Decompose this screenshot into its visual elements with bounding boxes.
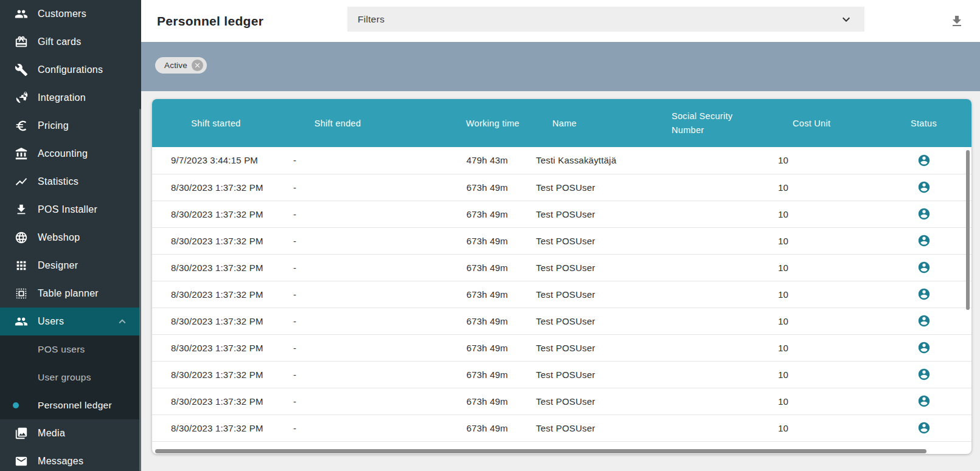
sidebar: CustomersGift cardsConfigurationsIntegra… xyxy=(0,0,141,471)
cell-name: Test POSUser xyxy=(523,308,657,334)
cell-working-time: 673h 49m xyxy=(395,201,523,227)
sidebar-item-label: Configurations xyxy=(38,64,103,75)
user-status-icon[interactable] xyxy=(917,394,931,408)
personnel-ledger-table: Shift started Shift ended Working time N… xyxy=(152,99,971,442)
globe-lock-icon xyxy=(15,91,28,105)
sidebar-item-gift-cards[interactable]: Gift cards xyxy=(0,28,141,56)
user-status-icon[interactable] xyxy=(917,154,931,167)
chip-close-button[interactable] xyxy=(192,60,203,71)
cell-status xyxy=(876,174,971,201)
cell-ssn xyxy=(657,147,768,174)
globe-icon xyxy=(15,231,28,244)
cell-cost-unit: 10 xyxy=(768,308,876,334)
cell-shift-started: 9/7/2023 3:44:15 PM xyxy=(152,147,280,174)
user-status-icon[interactable] xyxy=(917,314,931,328)
cell-shift-started: 8/30/2023 1:37:32 PM xyxy=(152,308,280,334)
sidebar-scrollbar-thumb[interactable] xyxy=(139,109,141,471)
table-body: 9/7/2023 3:44:15 PM-479h 43mTesti Kassak… xyxy=(152,147,971,441)
cell-shift-started: 8/30/2023 1:37:32 PM xyxy=(152,174,280,201)
sidebar-item-pos-installer[interactable]: POS Installer xyxy=(0,196,141,224)
filters-dropdown[interactable]: Filters xyxy=(347,7,864,32)
cell-shift-ended: - xyxy=(280,388,395,414)
table-row[interactable]: 8/30/2023 1:37:32 PM-673h 49mTest POSUse… xyxy=(152,174,971,201)
sidebar-item-statistics[interactable]: Statistics xyxy=(0,168,141,196)
table-vertical-scrollbar-thumb[interactable] xyxy=(966,150,970,310)
user-status-icon[interactable] xyxy=(917,234,931,247)
topbar: Personnel ledger Filters xyxy=(141,0,980,42)
cell-cost-unit: 10 xyxy=(768,227,876,254)
cell-working-time: 673h 49m xyxy=(395,308,523,334)
table-row[interactable]: 8/30/2023 1:37:32 PM-673h 49mTest POSUse… xyxy=(152,308,971,334)
table-row[interactable]: 8/30/2023 1:37:32 PM-673h 49mTest POSUse… xyxy=(152,281,971,308)
user-status-icon[interactable] xyxy=(917,180,931,194)
cell-shift-ended: - xyxy=(280,147,395,174)
cell-shift-ended: - xyxy=(280,308,395,334)
sidebar-item-label: Users xyxy=(38,316,64,327)
user-status-icon[interactable] xyxy=(917,287,931,301)
column-header-shift-ended: Shift ended xyxy=(280,99,395,147)
user-status-icon[interactable] xyxy=(917,207,931,221)
cell-status xyxy=(876,147,971,174)
people-icon xyxy=(15,7,28,21)
page-title: Personnel ledger xyxy=(157,14,263,29)
sidebar-item-configurations[interactable]: Configurations xyxy=(0,56,141,84)
sidebar-subitem-label: POS users xyxy=(38,344,85,355)
sidebar-subitem-label: Personnel ledger xyxy=(38,400,112,411)
table-row[interactable]: 8/30/2023 1:37:32 PM-673h 49mTest POSUse… xyxy=(152,227,971,254)
sidebar-item-media[interactable]: Media xyxy=(0,419,141,447)
table-row[interactable]: 8/30/2023 1:37:32 PM-673h 49mTest POSUse… xyxy=(152,414,971,441)
cell-shift-started: 8/30/2023 1:37:32 PM xyxy=(152,281,280,308)
cell-name: Test POSUser xyxy=(523,388,657,414)
sidebar-item-users[interactable]: Users xyxy=(0,308,141,335)
table-row[interactable]: 8/30/2023 1:37:32 PM-673h 49mTest POSUse… xyxy=(152,361,971,388)
cell-cost-unit: 10 xyxy=(768,414,876,441)
cell-shift-started: 8/30/2023 1:37:32 PM xyxy=(152,254,280,281)
table-row[interactable]: 8/30/2023 1:37:32 PM-673h 49mTest POSUse… xyxy=(152,254,971,281)
sidebar-item-webshop[interactable]: Webshop xyxy=(0,224,141,252)
cell-cost-unit: 10 xyxy=(768,147,876,174)
sidebar-subitem-user-groups[interactable]: User groups xyxy=(0,363,141,391)
sidebar-item-label: Messages xyxy=(38,456,83,467)
table-row[interactable]: 9/7/2023 3:44:15 PM-479h 43mTesti Kassak… xyxy=(152,147,971,174)
chevron-up-icon xyxy=(116,315,129,328)
table-row[interactable]: 8/30/2023 1:37:32 PM-673h 49mTest POSUse… xyxy=(152,201,971,227)
table-row[interactable]: 8/30/2023 1:37:32 PM-673h 49mTest POSUse… xyxy=(152,388,971,414)
media-icon xyxy=(15,427,28,440)
sidebar-item-pricing[interactable]: Pricing xyxy=(0,112,141,140)
sidebar-item-label: Table planner xyxy=(38,288,99,299)
sidebar-item-table-planner[interactable]: Table planner xyxy=(0,280,141,308)
sidebar-subitem-label: User groups xyxy=(38,372,91,383)
user-status-icon[interactable] xyxy=(917,368,931,381)
user-status-icon[interactable] xyxy=(917,341,931,354)
table-horizontal-scrollbar-thumb[interactable] xyxy=(155,449,926,453)
table-header: Shift started Shift ended Working time N… xyxy=(152,99,971,147)
sidebar-item-label: Accounting xyxy=(38,148,88,159)
cell-cost-unit: 10 xyxy=(768,334,876,361)
cell-status xyxy=(876,334,971,361)
cell-shift-started: 8/30/2023 1:37:32 PM xyxy=(152,361,280,388)
cell-ssn xyxy=(657,174,768,201)
table-row[interactable]: 8/30/2023 1:37:32 PM-673h 49mTest POSUse… xyxy=(152,334,971,361)
cell-cost-unit: 10 xyxy=(768,361,876,388)
user-status-icon[interactable] xyxy=(917,261,931,274)
cell-working-time: 479h 43m xyxy=(395,147,523,174)
sidebar-item-accounting[interactable]: Accounting xyxy=(0,140,141,168)
sidebar-items: CustomersGift cardsConfigurationsIntegra… xyxy=(0,0,141,471)
cell-status xyxy=(876,254,971,281)
sidebar-item-messages[interactable]: Messages xyxy=(0,447,141,471)
sidebar-subitem-personnel-ledger[interactable]: Personnel ledger xyxy=(0,391,141,419)
cell-status xyxy=(876,308,971,334)
cell-cost-unit: 10 xyxy=(768,201,876,227)
cell-status xyxy=(876,414,971,441)
cell-working-time: 673h 49m xyxy=(395,281,523,308)
personnel-ledger-table-card: Shift started Shift ended Working time N… xyxy=(152,99,971,454)
sidebar-item-customers[interactable]: Customers xyxy=(0,0,141,28)
download-icon[interactable] xyxy=(950,14,964,29)
sidebar-subitem-pos-users[interactable]: POS users xyxy=(0,335,141,363)
user-status-icon[interactable] xyxy=(917,421,931,435)
cell-shift-ended: - xyxy=(280,334,395,361)
cell-status xyxy=(876,281,971,308)
sidebar-item-designer[interactable]: Designer xyxy=(0,252,141,280)
sidebar-item-integration[interactable]: Integration xyxy=(0,84,141,112)
cell-shift-ended: - xyxy=(280,414,395,441)
